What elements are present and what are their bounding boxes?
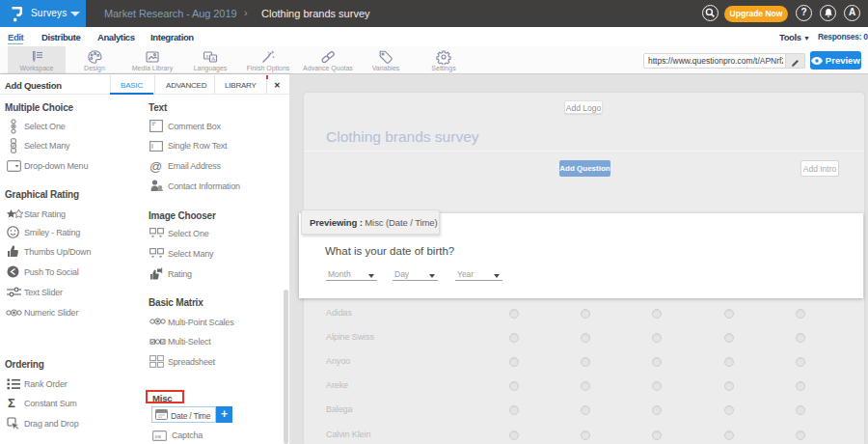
svg-text:va: va xyxy=(155,433,162,439)
svg-text:x: x xyxy=(206,53,209,59)
